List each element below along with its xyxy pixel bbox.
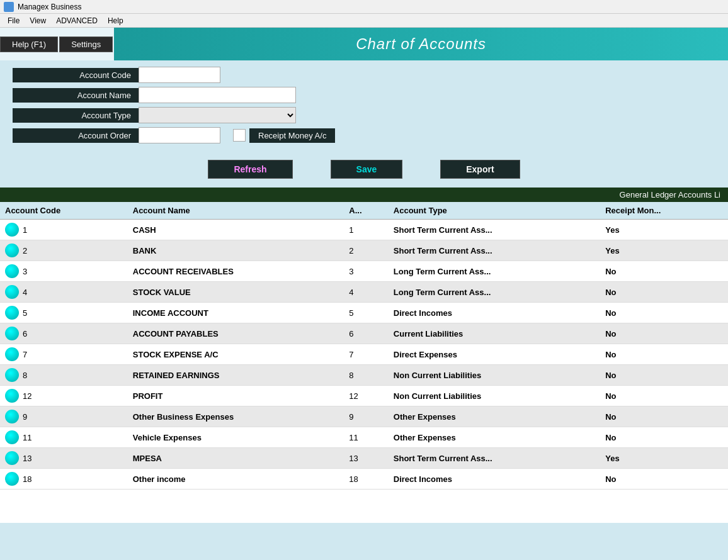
cell-order: 4 (344, 282, 389, 303)
accounts-table: Account Code Account Name A... Account T… (0, 202, 728, 490)
table-row[interactable]: 13MPESA13Short Term Current Ass...Yes (0, 448, 728, 469)
header-banner: Chart of Accounts (114, 28, 728, 60)
cell-code: 1 (0, 220, 128, 240)
table-header-label: General Ledger Accounts Li (620, 190, 720, 199)
cell-name: Vehicle Expenses (128, 427, 344, 448)
col-account-type: Account Type (389, 202, 600, 220)
cell-type: Direct Incomes (389, 469, 600, 490)
cell-code: 7 (0, 344, 128, 365)
row-icon (5, 472, 19, 486)
table-row[interactable]: 8RETAINED EARNINGS8Non Current Liabiliti… (0, 365, 728, 386)
cell-order: 9 (344, 406, 389, 427)
cell-order: 2 (344, 240, 389, 261)
cell-type: Non Current Liabilities (389, 386, 600, 406)
top-buttons: Help (F1) Settings (0, 28, 114, 60)
cell-name: PROFIT (128, 386, 344, 406)
receipt-money-checkbox[interactable] (233, 129, 246, 142)
col-account-order: A... (344, 202, 389, 220)
refresh-button[interactable]: Refresh (208, 160, 292, 179)
cell-name: CASH (128, 220, 344, 240)
table-row[interactable]: 11Vehicle Expenses11Other ExpensesNo (0, 427, 728, 448)
account-order-label: Account Order (13, 128, 139, 143)
menu-file[interactable]: File (3, 15, 25, 26)
table-row[interactable]: 9Other Business Expenses9Other ExpensesN… (0, 406, 728, 427)
account-name-input[interactable] (139, 87, 296, 103)
table-header-row: Account Code Account Name A... Account T… (0, 202, 728, 220)
cell-order: 3 (344, 261, 389, 282)
row-icon (5, 389, 19, 403)
account-code-input[interactable] (139, 67, 220, 83)
cell-name: Other Business Expenses (128, 406, 344, 427)
cell-code: 9 (0, 406, 128, 427)
table-row[interactable]: 7STOCK EXPENSE A/C7Direct ExpensesNo (0, 344, 728, 365)
cell-type: Long Term Current Ass... (389, 282, 600, 303)
cell-name: RETAINED EARNINGS (128, 365, 344, 386)
save-button[interactable]: Save (331, 160, 403, 179)
table-header-bar: General Ledger Accounts Li (0, 188, 728, 202)
export-button[interactable]: Export (440, 160, 520, 179)
cell-order: 13 (344, 448, 389, 469)
cell-receipt: No (600, 282, 728, 303)
cell-code: 13 (0, 448, 128, 469)
cell-order: 1 (344, 220, 389, 240)
table-row[interactable]: 12PROFIT12Non Current LiabilitiesNo (0, 386, 728, 406)
cell-receipt: No (600, 323, 728, 344)
row-icon (5, 264, 19, 278)
cell-type: Short Term Current Ass... (389, 448, 600, 469)
table-row[interactable]: 1CASH1Short Term Current Ass...Yes (0, 220, 728, 240)
cell-order: 8 (344, 365, 389, 386)
cell-code: 18 (0, 469, 128, 490)
cell-code: 12 (0, 386, 128, 406)
account-code-label: Account Code (13, 68, 139, 82)
help-button[interactable]: Help (F1) (0, 36, 58, 52)
cell-name: BANK (128, 240, 344, 261)
cell-receipt: No (600, 427, 728, 448)
account-type-label: Account Type (13, 108, 139, 123)
table-container[interactable]: Account Code Account Name A... Account T… (0, 202, 728, 523)
cell-code: 5 (0, 303, 128, 323)
settings-button[interactable]: Settings (59, 36, 113, 52)
form-area: Account Code Account Name Account Type S… (0, 60, 728, 154)
account-order-input[interactable] (139, 127, 220, 143)
cell-name: STOCK EXPENSE A/C (128, 344, 344, 365)
row-icon (5, 327, 19, 340)
action-buttons: Refresh Save Export (0, 154, 728, 188)
cell-receipt: No (600, 406, 728, 427)
cell-code: 3 (0, 261, 128, 282)
receipt-money-button[interactable]: Receipt Money A/c (249, 128, 335, 143)
menu-bar: File View ADVANCED Help (0, 14, 728, 28)
table-row[interactable]: 5INCOME ACCOUNT5Direct IncomesNo (0, 303, 728, 323)
cell-code: 8 (0, 365, 128, 386)
cell-type: Long Term Current Ass... (389, 261, 600, 282)
cell-order: 7 (344, 344, 389, 365)
cell-receipt: No (600, 365, 728, 386)
cell-type: Short Term Current Ass... (389, 240, 600, 261)
table-row[interactable]: 6ACCOUNT PAYABLES6Current LiabilitiesNo (0, 323, 728, 344)
account-type-row: Account Type Short Term Current Assets L… (13, 107, 715, 123)
row-icon (5, 347, 19, 361)
cell-receipt: No (600, 469, 728, 490)
account-order-row: Account Order Receipt Money A/c (13, 127, 715, 143)
menu-help[interactable]: Help (103, 15, 128, 26)
table-row[interactable]: 2BANK2Short Term Current Ass...Yes (0, 240, 728, 261)
table-row[interactable]: 18Other income18Direct IncomesNo (0, 469, 728, 490)
col-account-name: Account Name (128, 202, 344, 220)
cell-code: 11 (0, 427, 128, 448)
row-icon (5, 368, 19, 382)
row-icon (5, 244, 19, 257)
cell-code: 4 (0, 282, 128, 303)
col-account-code: Account Code (0, 202, 128, 220)
app-title: Managex Business (18, 3, 81, 11)
cell-order: 11 (344, 427, 389, 448)
table-row[interactable]: 4STOCK VALUE4Long Term Current Ass...No (0, 282, 728, 303)
receipt-checkbox-area: Receipt Money A/c (233, 128, 335, 143)
account-type-select[interactable]: Short Term Current Assets Long Term Curr… (139, 107, 296, 123)
table-body: 1CASH1Short Term Current Ass...Yes2BANK2… (0, 220, 728, 490)
top-header-row: Help (F1) Settings Chart of Accounts (0, 28, 728, 60)
row-icon (5, 430, 19, 444)
menu-view[interactable]: View (25, 15, 51, 26)
cell-name: MPESA (128, 448, 344, 469)
menu-advanced[interactable]: ADVANCED (51, 15, 103, 26)
table-row[interactable]: 3ACCOUNT RECEIVABLES3Long Term Current A… (0, 261, 728, 282)
cell-name: ACCOUNT PAYABLES (128, 323, 344, 344)
